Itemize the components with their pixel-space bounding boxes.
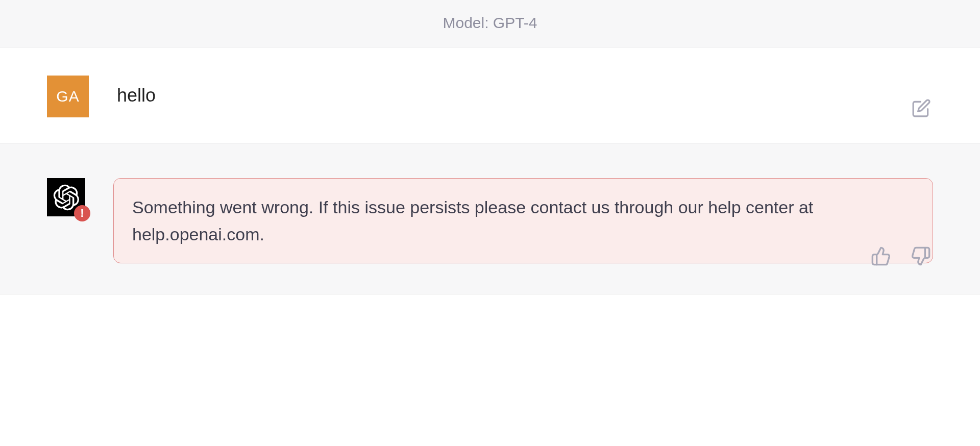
edit-icon	[912, 98, 931, 118]
thumbs-up-icon	[871, 246, 891, 266]
openai-logo-icon	[53, 184, 80, 211]
error-badge-text: !	[80, 207, 84, 220]
thumbs-down-icon	[911, 246, 931, 266]
model-header: Model: GPT-4	[0, 0, 980, 47]
assistant-avatar-wrap: !	[47, 178, 85, 216]
model-label: Model: GPT-4	[443, 14, 537, 31]
user-avatar: GA	[47, 76, 89, 117]
error-message-text: Something went wrong. If this issue pers…	[132, 197, 813, 244]
user-message-text: hello	[117, 76, 156, 106]
user-row: GA hello	[47, 76, 933, 117]
assistant-message-turn: ! Something went wrong. If this issue pe…	[0, 143, 980, 294]
edit-message-button[interactable]	[912, 98, 931, 120]
error-message-box: Something went wrong. If this issue pers…	[113, 178, 933, 263]
bottom-area	[0, 294, 980, 427]
user-message-turn: GA hello	[0, 47, 980, 143]
feedback-row	[871, 246, 931, 268]
user-avatar-initials: GA	[56, 88, 79, 105]
assistant-row: ! Something went wrong. If this issue pe…	[47, 178, 933, 263]
error-badge: !	[74, 205, 90, 221]
thumbs-down-button[interactable]	[911, 246, 931, 268]
thumbs-up-button[interactable]	[871, 246, 891, 268]
